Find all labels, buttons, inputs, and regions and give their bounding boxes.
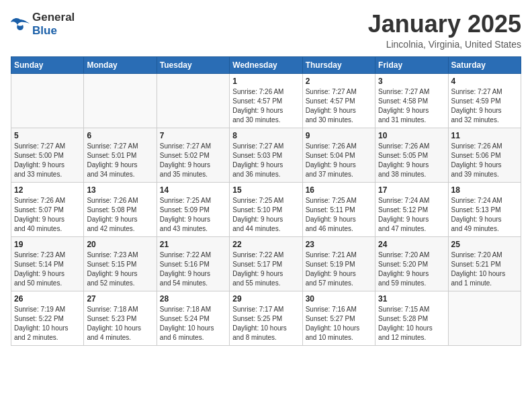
day-number: 19 [14, 240, 81, 249]
day-info: Sunrise: 7:24 AM Sunset: 5:13 PM Dayligh… [451, 196, 518, 234]
header-day-friday: Friday [375, 56, 448, 73]
week-row-3: 12Sunrise: 7:26 AM Sunset: 5:07 PM Dayli… [11, 182, 521, 236]
calendar-cell: 16Sunrise: 7:25 AM Sunset: 5:11 PM Dayli… [302, 182, 375, 236]
calendar-cell: 28Sunrise: 7:18 AM Sunset: 5:24 PM Dayli… [157, 291, 229, 345]
week-row-1: 1Sunrise: 7:26 AM Sunset: 4:57 PM Daylig… [11, 73, 521, 128]
calendar-cell: 4Sunrise: 7:27 AM Sunset: 4:59 PM Daylig… [448, 73, 521, 128]
calendar-cell: 8Sunrise: 7:27 AM Sunset: 5:03 PM Daylig… [230, 128, 302, 182]
day-number: 27 [87, 294, 153, 304]
day-info: Sunrise: 7:20 AM Sunset: 5:20 PM Dayligh… [378, 250, 445, 288]
day-info: Sunrise: 7:25 AM Sunset: 5:10 PM Dayligh… [232, 196, 299, 234]
day-number: 4 [451, 77, 518, 86]
calendar-cell: 18Sunrise: 7:24 AM Sunset: 5:13 PM Dayli… [448, 182, 521, 236]
day-info: Sunrise: 7:25 AM Sunset: 5:11 PM Dayligh… [306, 196, 372, 234]
day-info: Sunrise: 7:27 AM Sunset: 5:01 PM Dayligh… [87, 142, 153, 179]
week-row-5: 26Sunrise: 7:19 AM Sunset: 5:22 PM Dayli… [11, 291, 521, 345]
day-number: 7 [160, 131, 226, 140]
calendar-cell: 20Sunrise: 7:23 AM Sunset: 5:15 PM Dayli… [84, 236, 157, 291]
calendar-cell [157, 73, 229, 128]
calendar-cell: 23Sunrise: 7:21 AM Sunset: 5:19 PM Dayli… [302, 236, 375, 291]
day-number: 14 [160, 185, 226, 195]
day-info: Sunrise: 7:24 AM Sunset: 5:12 PM Dayligh… [378, 196, 445, 234]
header-day-wednesday: Wednesday [230, 56, 302, 73]
logo: General Blue [11, 11, 75, 38]
day-number: 28 [160, 294, 226, 304]
day-info: Sunrise: 7:20 AM Sunset: 5:21 PM Dayligh… [451, 250, 518, 288]
page-header: General Blue January 2025 Lincolnia, Vir… [11, 11, 521, 50]
day-info: Sunrise: 7:16 AM Sunset: 5:27 PM Dayligh… [306, 305, 372, 342]
calendar-cell: 12Sunrise: 7:26 AM Sunset: 5:07 PM Dayli… [11, 182, 84, 236]
day-number: 30 [306, 294, 372, 304]
day-number: 2 [306, 77, 372, 86]
day-info: Sunrise: 7:26 AM Sunset: 5:07 PM Dayligh… [14, 196, 81, 234]
calendar-cell: 19Sunrise: 7:23 AM Sunset: 5:14 PM Dayli… [11, 236, 84, 291]
calendar-cell: 6Sunrise: 7:27 AM Sunset: 5:01 PM Daylig… [84, 128, 157, 182]
calendar-table: SundayMondayTuesdayWednesdayThursdayFrid… [11, 56, 521, 346]
day-number: 3 [378, 77, 445, 86]
calendar-cell: 22Sunrise: 7:22 AM Sunset: 5:17 PM Dayli… [230, 236, 302, 291]
day-number: 20 [87, 240, 153, 249]
calendar-cell: 3Sunrise: 7:27 AM Sunset: 4:58 PM Daylig… [375, 73, 448, 128]
day-number: 21 [160, 240, 226, 249]
day-number: 17 [378, 185, 445, 195]
day-info: Sunrise: 7:19 AM Sunset: 5:22 PM Dayligh… [14, 305, 81, 342]
day-number: 13 [87, 185, 153, 195]
day-number: 1 [232, 77, 299, 86]
day-info: Sunrise: 7:25 AM Sunset: 5:09 PM Dayligh… [160, 196, 226, 234]
day-info: Sunrise: 7:23 AM Sunset: 5:14 PM Dayligh… [14, 250, 81, 288]
calendar-cell: 27Sunrise: 7:18 AM Sunset: 5:23 PM Dayli… [84, 291, 157, 345]
day-number: 6 [87, 131, 153, 140]
day-info: Sunrise: 7:27 AM Sunset: 4:58 PM Dayligh… [378, 87, 445, 125]
calendar-cell [448, 291, 521, 345]
calendar-cell: 9Sunrise: 7:26 AM Sunset: 5:04 PM Daylig… [302, 128, 375, 182]
day-number: 18 [451, 185, 518, 195]
day-info: Sunrise: 7:22 AM Sunset: 5:16 PM Dayligh… [160, 250, 226, 288]
calendar-cell: 26Sunrise: 7:19 AM Sunset: 5:22 PM Dayli… [11, 291, 84, 345]
day-info: Sunrise: 7:15 AM Sunset: 5:28 PM Dayligh… [378, 305, 445, 342]
day-info: Sunrise: 7:18 AM Sunset: 5:24 PM Dayligh… [160, 305, 226, 342]
calendar-cell: 25Sunrise: 7:20 AM Sunset: 5:21 PM Dayli… [448, 236, 521, 291]
logo-blue: Blue [32, 24, 57, 37]
calendar-cell [11, 73, 84, 128]
calendar-cell [84, 73, 157, 128]
day-info: Sunrise: 7:27 AM Sunset: 5:02 PM Dayligh… [160, 142, 226, 179]
header-day-monday: Monday [84, 56, 157, 73]
day-number: 8 [232, 131, 299, 140]
day-number: 23 [306, 240, 372, 249]
calendar-cell: 29Sunrise: 7:17 AM Sunset: 5:25 PM Dayli… [230, 291, 302, 345]
day-number: 31 [378, 294, 445, 304]
header-row: SundayMondayTuesdayWednesdayThursdayFrid… [11, 56, 521, 73]
calendar-cell: 30Sunrise: 7:16 AM Sunset: 5:27 PM Dayli… [302, 291, 375, 345]
day-info: Sunrise: 7:27 AM Sunset: 5:03 PM Dayligh… [232, 142, 299, 179]
calendar-cell: 5Sunrise: 7:27 AM Sunset: 5:00 PM Daylig… [11, 128, 84, 182]
day-number: 5 [14, 131, 81, 140]
day-number: 24 [378, 240, 445, 249]
day-number: 22 [232, 240, 299, 249]
day-info: Sunrise: 7:26 AM Sunset: 5:06 PM Dayligh… [451, 142, 518, 179]
day-number: 26 [14, 294, 81, 304]
calendar-cell: 21Sunrise: 7:22 AM Sunset: 5:16 PM Dayli… [157, 236, 229, 291]
day-info: Sunrise: 7:18 AM Sunset: 5:23 PM Dayligh… [87, 305, 153, 342]
calendar-cell: 11Sunrise: 7:26 AM Sunset: 5:06 PM Dayli… [448, 128, 521, 182]
calendar-cell: 13Sunrise: 7:26 AM Sunset: 5:08 PM Dayli… [84, 182, 157, 236]
day-info: Sunrise: 7:26 AM Sunset: 5:05 PM Dayligh… [378, 142, 445, 179]
header-day-saturday: Saturday [448, 56, 521, 73]
day-number: 29 [232, 294, 299, 304]
day-info: Sunrise: 7:27 AM Sunset: 4:59 PM Dayligh… [451, 87, 518, 125]
calendar-cell: 15Sunrise: 7:25 AM Sunset: 5:10 PM Dayli… [230, 182, 302, 236]
calendar-title: January 2025 [368, 11, 521, 38]
calendar-cell: 2Sunrise: 7:27 AM Sunset: 4:57 PM Daylig… [302, 73, 375, 128]
day-info: Sunrise: 7:17 AM Sunset: 5:25 PM Dayligh… [232, 305, 299, 342]
week-row-2: 5Sunrise: 7:27 AM Sunset: 5:00 PM Daylig… [11, 128, 521, 182]
logo-bird-icon [11, 17, 30, 32]
logo-general: General [32, 11, 75, 24]
week-row-4: 19Sunrise: 7:23 AM Sunset: 5:14 PM Dayli… [11, 236, 521, 291]
calendar-cell: 17Sunrise: 7:24 AM Sunset: 5:12 PM Dayli… [375, 182, 448, 236]
header-day-thursday: Thursday [302, 56, 375, 73]
day-info: Sunrise: 7:26 AM Sunset: 4:57 PM Dayligh… [232, 87, 299, 125]
calendar-cell: 10Sunrise: 7:26 AM Sunset: 5:05 PM Dayli… [375, 128, 448, 182]
logo-text: General Blue [32, 11, 75, 38]
calendar-cell: 14Sunrise: 7:25 AM Sunset: 5:09 PM Dayli… [157, 182, 229, 236]
day-info: Sunrise: 7:26 AM Sunset: 5:08 PM Dayligh… [87, 196, 153, 234]
title-block: January 2025 Lincolnia, Virginia, United… [368, 11, 521, 50]
